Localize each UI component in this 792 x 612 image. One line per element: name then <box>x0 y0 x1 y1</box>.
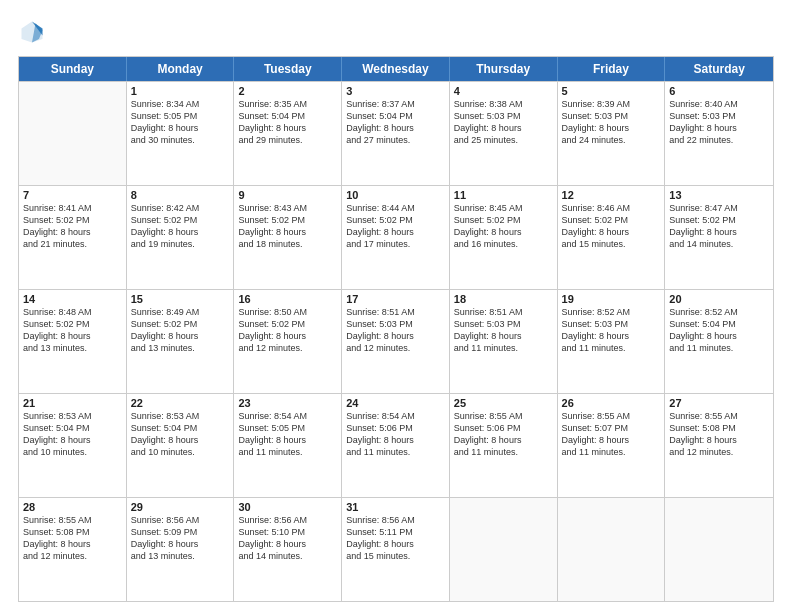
calendar-cell-week5-day0: 28Sunrise: 8:55 AM Sunset: 5:08 PM Dayli… <box>19 498 127 601</box>
day-info: Sunrise: 8:48 AM Sunset: 5:02 PM Dayligh… <box>23 306 122 355</box>
logo-icon <box>18 18 46 46</box>
day-number: 4 <box>454 85 553 97</box>
day-number: 2 <box>238 85 337 97</box>
day-number: 12 <box>562 189 661 201</box>
day-number: 16 <box>238 293 337 305</box>
calendar-cell-week3-day0: 14Sunrise: 8:48 AM Sunset: 5:02 PM Dayli… <box>19 290 127 393</box>
day-number: 27 <box>669 397 769 409</box>
calendar-cell-week4-day3: 24Sunrise: 8:54 AM Sunset: 5:06 PM Dayli… <box>342 394 450 497</box>
calendar-cell-week5-day4 <box>450 498 558 601</box>
day-number: 11 <box>454 189 553 201</box>
day-info: Sunrise: 8:51 AM Sunset: 5:03 PM Dayligh… <box>454 306 553 355</box>
day-number: 7 <box>23 189 122 201</box>
calendar-cell-week5-day6 <box>665 498 773 601</box>
day-info: Sunrise: 8:35 AM Sunset: 5:04 PM Dayligh… <box>238 98 337 147</box>
weekday-header-tuesday: Tuesday <box>234 57 342 81</box>
calendar-cell-week4-day4: 25Sunrise: 8:55 AM Sunset: 5:06 PM Dayli… <box>450 394 558 497</box>
day-info: Sunrise: 8:54 AM Sunset: 5:06 PM Dayligh… <box>346 410 445 459</box>
day-number: 25 <box>454 397 553 409</box>
calendar-cell-week5-day1: 29Sunrise: 8:56 AM Sunset: 5:09 PM Dayli… <box>127 498 235 601</box>
calendar-row-3: 14Sunrise: 8:48 AM Sunset: 5:02 PM Dayli… <box>19 289 773 393</box>
day-number: 1 <box>131 85 230 97</box>
calendar-cell-week4-day5: 26Sunrise: 8:55 AM Sunset: 5:07 PM Dayli… <box>558 394 666 497</box>
calendar-cell-week3-day6: 20Sunrise: 8:52 AM Sunset: 5:04 PM Dayli… <box>665 290 773 393</box>
calendar-cell-week2-day5: 12Sunrise: 8:46 AM Sunset: 5:02 PM Dayli… <box>558 186 666 289</box>
day-number: 23 <box>238 397 337 409</box>
day-info: Sunrise: 8:53 AM Sunset: 5:04 PM Dayligh… <box>131 410 230 459</box>
day-number: 14 <box>23 293 122 305</box>
day-info: Sunrise: 8:53 AM Sunset: 5:04 PM Dayligh… <box>23 410 122 459</box>
calendar-cell-week5-day5 <box>558 498 666 601</box>
calendar-row-5: 28Sunrise: 8:55 AM Sunset: 5:08 PM Dayli… <box>19 497 773 601</box>
weekday-header-saturday: Saturday <box>665 57 773 81</box>
day-info: Sunrise: 8:39 AM Sunset: 5:03 PM Dayligh… <box>562 98 661 147</box>
weekday-header-wednesday: Wednesday <box>342 57 450 81</box>
day-info: Sunrise: 8:37 AM Sunset: 5:04 PM Dayligh… <box>346 98 445 147</box>
day-number: 19 <box>562 293 661 305</box>
weekday-header-friday: Friday <box>558 57 666 81</box>
calendar-cell-week1-day3: 3Sunrise: 8:37 AM Sunset: 5:04 PM Daylig… <box>342 82 450 185</box>
logo <box>18 18 50 46</box>
calendar-cell-week2-day3: 10Sunrise: 8:44 AM Sunset: 5:02 PM Dayli… <box>342 186 450 289</box>
calendar-cell-week1-day2: 2Sunrise: 8:35 AM Sunset: 5:04 PM Daylig… <box>234 82 342 185</box>
day-info: Sunrise: 8:55 AM Sunset: 5:08 PM Dayligh… <box>669 410 769 459</box>
calendar-row-2: 7Sunrise: 8:41 AM Sunset: 5:02 PM Daylig… <box>19 185 773 289</box>
day-info: Sunrise: 8:55 AM Sunset: 5:08 PM Dayligh… <box>23 514 122 563</box>
day-info: Sunrise: 8:55 AM Sunset: 5:07 PM Dayligh… <box>562 410 661 459</box>
calendar-cell-week3-day4: 18Sunrise: 8:51 AM Sunset: 5:03 PM Dayli… <box>450 290 558 393</box>
day-number: 6 <box>669 85 769 97</box>
day-number: 28 <box>23 501 122 513</box>
day-info: Sunrise: 8:51 AM Sunset: 5:03 PM Dayligh… <box>346 306 445 355</box>
calendar-cell-week1-day0 <box>19 82 127 185</box>
day-info: Sunrise: 8:50 AM Sunset: 5:02 PM Dayligh… <box>238 306 337 355</box>
header <box>18 18 774 46</box>
day-info: Sunrise: 8:38 AM Sunset: 5:03 PM Dayligh… <box>454 98 553 147</box>
calendar-cell-week2-day6: 13Sunrise: 8:47 AM Sunset: 5:02 PM Dayli… <box>665 186 773 289</box>
day-info: Sunrise: 8:41 AM Sunset: 5:02 PM Dayligh… <box>23 202 122 251</box>
day-number: 31 <box>346 501 445 513</box>
day-info: Sunrise: 8:55 AM Sunset: 5:06 PM Dayligh… <box>454 410 553 459</box>
day-number: 13 <box>669 189 769 201</box>
calendar-header: SundayMondayTuesdayWednesdayThursdayFrid… <box>19 57 773 81</box>
calendar-cell-week4-day2: 23Sunrise: 8:54 AM Sunset: 5:05 PM Dayli… <box>234 394 342 497</box>
calendar-cell-week1-day6: 6Sunrise: 8:40 AM Sunset: 5:03 PM Daylig… <box>665 82 773 185</box>
day-number: 21 <box>23 397 122 409</box>
day-info: Sunrise: 8:44 AM Sunset: 5:02 PM Dayligh… <box>346 202 445 251</box>
calendar-cell-week2-day1: 8Sunrise: 8:42 AM Sunset: 5:02 PM Daylig… <box>127 186 235 289</box>
day-number: 5 <box>562 85 661 97</box>
day-info: Sunrise: 8:52 AM Sunset: 5:04 PM Dayligh… <box>669 306 769 355</box>
day-info: Sunrise: 8:54 AM Sunset: 5:05 PM Dayligh… <box>238 410 337 459</box>
day-info: Sunrise: 8:46 AM Sunset: 5:02 PM Dayligh… <box>562 202 661 251</box>
calendar-cell-week1-day4: 4Sunrise: 8:38 AM Sunset: 5:03 PM Daylig… <box>450 82 558 185</box>
day-info: Sunrise: 8:45 AM Sunset: 5:02 PM Dayligh… <box>454 202 553 251</box>
calendar-row-4: 21Sunrise: 8:53 AM Sunset: 5:04 PM Dayli… <box>19 393 773 497</box>
day-number: 18 <box>454 293 553 305</box>
day-number: 9 <box>238 189 337 201</box>
day-info: Sunrise: 8:56 AM Sunset: 5:10 PM Dayligh… <box>238 514 337 563</box>
calendar-cell-week3-day2: 16Sunrise: 8:50 AM Sunset: 5:02 PM Dayli… <box>234 290 342 393</box>
day-info: Sunrise: 8:34 AM Sunset: 5:05 PM Dayligh… <box>131 98 230 147</box>
day-number: 20 <box>669 293 769 305</box>
calendar-cell-week4-day0: 21Sunrise: 8:53 AM Sunset: 5:04 PM Dayli… <box>19 394 127 497</box>
day-number: 26 <box>562 397 661 409</box>
day-info: Sunrise: 8:40 AM Sunset: 5:03 PM Dayligh… <box>669 98 769 147</box>
calendar-cell-week4-day1: 22Sunrise: 8:53 AM Sunset: 5:04 PM Dayli… <box>127 394 235 497</box>
weekday-header-thursday: Thursday <box>450 57 558 81</box>
day-info: Sunrise: 8:47 AM Sunset: 5:02 PM Dayligh… <box>669 202 769 251</box>
calendar-cell-week3-day3: 17Sunrise: 8:51 AM Sunset: 5:03 PM Dayli… <box>342 290 450 393</box>
day-number: 17 <box>346 293 445 305</box>
calendar-cell-week4-day6: 27Sunrise: 8:55 AM Sunset: 5:08 PM Dayli… <box>665 394 773 497</box>
day-number: 24 <box>346 397 445 409</box>
calendar-cell-week3-day1: 15Sunrise: 8:49 AM Sunset: 5:02 PM Dayli… <box>127 290 235 393</box>
day-info: Sunrise: 8:56 AM Sunset: 5:11 PM Dayligh… <box>346 514 445 563</box>
calendar: SundayMondayTuesdayWednesdayThursdayFrid… <box>18 56 774 602</box>
calendar-cell-week3-day5: 19Sunrise: 8:52 AM Sunset: 5:03 PM Dayli… <box>558 290 666 393</box>
day-info: Sunrise: 8:49 AM Sunset: 5:02 PM Dayligh… <box>131 306 230 355</box>
day-number: 29 <box>131 501 230 513</box>
weekday-header-monday: Monday <box>127 57 235 81</box>
calendar-cell-week5-day2: 30Sunrise: 8:56 AM Sunset: 5:10 PM Dayli… <box>234 498 342 601</box>
calendar-cell-week2-day4: 11Sunrise: 8:45 AM Sunset: 5:02 PM Dayli… <box>450 186 558 289</box>
day-number: 8 <box>131 189 230 201</box>
day-number: 30 <box>238 501 337 513</box>
day-number: 22 <box>131 397 230 409</box>
